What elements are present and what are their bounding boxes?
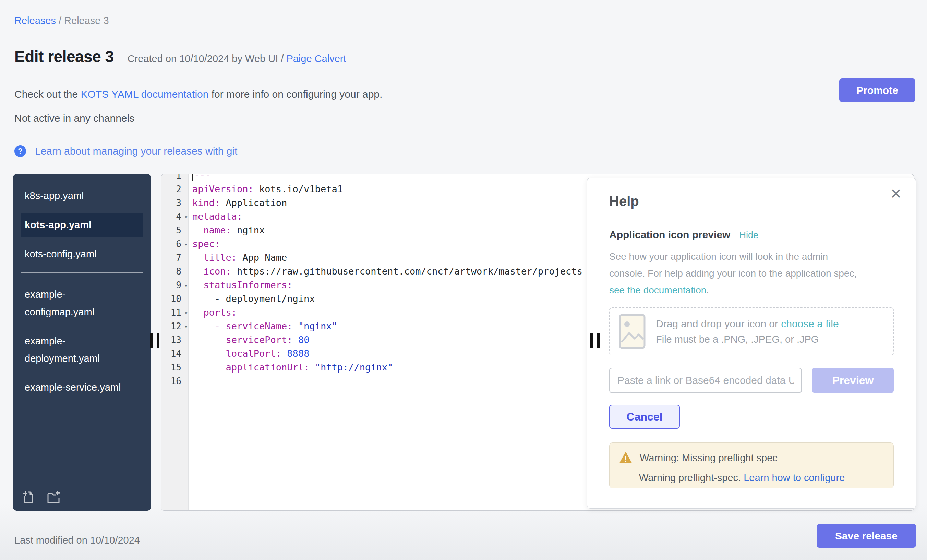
code-text: servicePort: 80 (188, 333, 309, 347)
line-number: 9▾ (161, 278, 188, 292)
close-icon[interactable]: ✕ (890, 187, 902, 201)
warning-detail: Warning preflight-spec. Learn how to con… (639, 472, 884, 484)
code-text: applicationUrl: "http://nginx" (188, 361, 393, 374)
file-list-divider (21, 272, 143, 273)
file-list-top: k8s-app.yamlkots-app.yamlkots-config.yam… (13, 174, 151, 266)
title-row: Edit release 3 Created on 10/10/2024 by … (14, 47, 346, 66)
warning-title: Warning: Missing preflight spec (640, 452, 778, 464)
created-info: Created on 10/10/2024 by Web UI / Paige … (128, 53, 346, 64)
pane-resize-handle-right[interactable] (590, 334, 600, 348)
add-folder-icon[interactable] (45, 489, 60, 504)
help-panel: ✕ Help Application icon preview Hide See… (587, 178, 916, 508)
file-item-example-deployment.yaml[interactable]: example-deployment.yaml (21, 329, 143, 371)
line-number: 4▾ (161, 210, 188, 223)
code-text: - deployment/nginx (188, 292, 315, 306)
code-text: metadata: (188, 210, 242, 223)
line-number: 12▾ (161, 319, 188, 333)
handle-bar (590, 334, 593, 348)
file-item-example-service.yaml[interactable]: example-service.yaml (21, 375, 143, 400)
created-author-link[interactable]: Paige Calvert (286, 53, 346, 64)
icon-dropzone[interactable]: Drag and drop your icon or choose a file… (609, 307, 894, 355)
handle-bar (150, 334, 153, 348)
code-text: ports: (188, 306, 237, 319)
kots-yaml-doc-link[interactable]: KOTS YAML documentation (81, 88, 208, 100)
git-help-row: ? Learn about managing your releases wit… (14, 145, 237, 157)
promote-button[interactable]: Promote (839, 79, 915, 102)
line-number: 3 (161, 196, 188, 210)
file-list-bottom: example-configmap.yamlexample-deployment… (13, 282, 151, 400)
cancel-button[interactable]: Cancel (609, 405, 680, 429)
line-number: 10 (161, 292, 188, 306)
code-text: --- (188, 174, 211, 182)
fold-arrow-icon[interactable]: ▾ (184, 238, 188, 251)
edit-release-page: Releases / Release 3 Edit release 3 Crea… (0, 0, 927, 560)
handle-bar (157, 334, 160, 348)
save-release-button[interactable]: Save release (817, 524, 916, 548)
last-modified-text: Last modified on 10/10/2024 (14, 535, 140, 546)
file-item-kots-app.yaml[interactable]: kots-app.yaml (21, 213, 143, 237)
file-item-example-configmap.yaml[interactable]: example-configmap.yaml (21, 282, 143, 324)
line-number: 1 (161, 174, 188, 182)
handle-bar (597, 334, 600, 348)
fold-arrow-icon[interactable]: ▾ (184, 306, 188, 320)
code-text: icon: https://raw.githubusercontent.com/… (188, 264, 582, 278)
hide-link[interactable]: Hide (739, 230, 758, 241)
sidebar-footer (21, 483, 143, 504)
help-panel-title: Help (609, 178, 894, 209)
dropzone-filetypes: File must be a .PNG, .JPEG, or .JPG (656, 334, 839, 345)
warning-triangle-icon (619, 452, 632, 464)
fold-arrow-icon[interactable]: ▾ (184, 210, 188, 224)
icon-preview-title: Application icon preview (609, 229, 730, 241)
icon-url-input[interactable] (609, 368, 802, 393)
code-text (188, 374, 192, 388)
icon-preview-description: See how your application icon will look … (609, 248, 894, 299)
pane-resize-handle-left[interactable] (150, 334, 160, 348)
see-documentation-link[interactable]: see the documentation (609, 285, 706, 296)
code-text: - serviceName: "nginx" (188, 319, 337, 333)
doc-line: Check out the KOTS YAML documentation fo… (14, 88, 382, 100)
page-title: Edit release 3 (14, 47, 114, 66)
dropzone-texts: Drag and drop your icon or choose a file… (656, 318, 839, 345)
line-number: 8 (161, 264, 188, 278)
indent-guide (214, 333, 215, 374)
breadcrumb-releases-link[interactable]: Releases (14, 15, 56, 26)
code-text: kind: Application (188, 196, 287, 210)
channel-status: Not active in any channels (14, 112, 134, 124)
fold-arrow-icon[interactable]: ▾ (184, 320, 188, 334)
code-text: name: nginx (188, 223, 264, 237)
preflight-warning-box: Warning: Missing preflight spec Warning … (609, 442, 894, 489)
code-text: localPort: 8888 (188, 347, 309, 361)
line-number: 14 (161, 347, 188, 361)
line-number: 5 (161, 223, 188, 237)
line-number: 7 (161, 251, 188, 264)
file-item-kots-config.yaml[interactable]: kots-config.yaml (21, 242, 143, 266)
file-sidebar: k8s-app.yamlkots-app.yamlkots-config.yam… (13, 174, 151, 511)
file-item-k8s-app.yaml[interactable]: k8s-app.yaml (21, 184, 143, 208)
add-file-icon[interactable] (21, 489, 36, 504)
breadcrumb: Releases / Release 3 (14, 15, 109, 26)
git-help-link[interactable]: Learn about managing your releases with … (35, 145, 237, 157)
choose-file-link[interactable]: choose a file (781, 318, 839, 329)
icon-url-row: Preview (609, 368, 894, 393)
learn-configure-link[interactable]: Learn how to configure (743, 472, 845, 483)
question-circle-icon: ? (14, 145, 26, 157)
line-number: 6▾ (161, 237, 188, 251)
code-text: statusInformers: (188, 278, 293, 292)
preview-button[interactable]: Preview (812, 368, 894, 393)
icon-preview-section-header: Application icon preview Hide (609, 229, 894, 241)
line-number: 11▾ (161, 306, 188, 319)
line-number: 13 (161, 333, 188, 347)
line-number: 16 (161, 374, 188, 388)
text-cursor (192, 174, 193, 181)
image-placeholder-icon (619, 314, 646, 349)
code-text: apiVersion: kots.io/v1beta1 (188, 182, 343, 196)
breadcrumb-current: Release 3 (64, 15, 109, 26)
line-number: 15 (161, 361, 188, 374)
code-text: spec: (188, 237, 220, 251)
code-text: title: App Name (188, 251, 287, 264)
breadcrumb-separator: / (59, 15, 64, 26)
fold-arrow-icon[interactable]: ▾ (184, 279, 188, 292)
line-number: 2 (161, 182, 188, 196)
